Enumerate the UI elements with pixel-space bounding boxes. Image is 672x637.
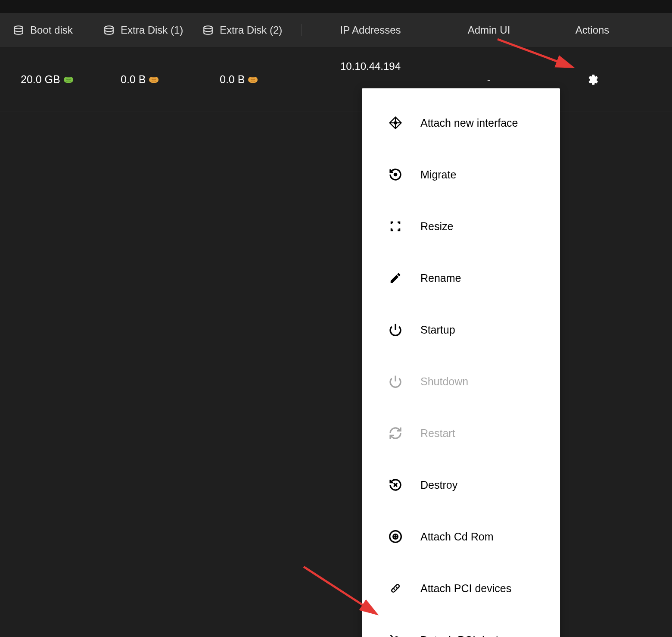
cell-boot-disk: 20.0 GB [0, 73, 95, 86]
table-header: Boot disk Extra Disk (1) Extra Disk (2) … [0, 13, 672, 47]
status-badge-orange-icon [248, 76, 258, 84]
header-label: Extra Disk (1) [121, 24, 183, 36]
migrate-icon [388, 167, 403, 182]
disk-icon [202, 25, 214, 36]
svg-point-6 [394, 122, 396, 124]
menu-label: Rename [420, 272, 461, 284]
menu-item-attach-interface[interactable]: Attach new interface [362, 97, 560, 149]
menu-label: Detach PCI devices [420, 634, 515, 637]
header-extra-disk-1[interactable]: Extra Disk (1) [95, 24, 194, 36]
svg-point-18 [395, 536, 396, 537]
menu-label: Startup [420, 324, 455, 336]
actions-dropdown-menu: Attach new interface Migrate Resize Rena… [362, 88, 560, 637]
cell-extra-disk-2: 0.0 B [194, 73, 302, 86]
cell-admin-ui: - [439, 73, 538, 86]
svg-point-1 [105, 26, 113, 29]
header-admin-ui[interactable]: Admin UI [439, 24, 538, 36]
cell-ip-address: 10.10.44.194 [302, 60, 439, 72]
power-icon [388, 374, 403, 389]
menu-label: Attach Cd Rom [420, 531, 494, 543]
menu-label: Migrate [420, 169, 456, 181]
header-label: Extra Disk (2) [220, 24, 282, 36]
svg-point-2 [204, 26, 212, 29]
menu-item-attach-cdrom[interactable]: Attach Cd Rom [362, 511, 560, 562]
actions-gear-button[interactable] [585, 72, 600, 87]
menu-item-destroy[interactable]: Destroy [362, 459, 560, 511]
menu-item-shutdown: Shutdown [362, 356, 560, 407]
menu-item-restart: Restart [362, 407, 560, 459]
header-actions[interactable]: Actions [538, 24, 646, 36]
table-row: 20.0 GB 0.0 B 0.0 B 10.10.44.194 - [0, 47, 672, 112]
menu-item-rename[interactable]: Rename [362, 252, 560, 304]
status-badge-green-icon [64, 76, 73, 84]
menu-item-migrate[interactable]: Migrate [362, 149, 560, 200]
menu-label: Resize [420, 220, 453, 233]
header-boot-disk[interactable]: Boot disk [0, 24, 95, 36]
refresh-icon [388, 425, 403, 441]
disk-icon [103, 25, 115, 36]
disk-size: 0.0 B [220, 73, 245, 86]
link-icon [388, 581, 403, 596]
menu-item-attach-pci[interactable]: Attach PCI devices [362, 562, 560, 614]
disk-size: 20.0 GB [21, 73, 60, 86]
menu-item-startup[interactable]: Startup [362, 304, 560, 356]
header-label: Actions [576, 24, 610, 36]
unlink-icon [388, 632, 403, 637]
menu-label: Attach PCI devices [420, 582, 511, 595]
power-icon [388, 322, 403, 337]
menu-label: Restart [420, 427, 455, 440]
header-ip-addresses[interactable]: IP Addresses [302, 24, 439, 36]
svg-point-11 [394, 173, 396, 175]
cell-actions [538, 72, 646, 87]
menu-label: Attach new interface [420, 117, 518, 129]
ip-value: 10.10.44.194 [340, 60, 401, 72]
header-label: Boot disk [30, 24, 73, 36]
destroy-icon [388, 477, 403, 493]
header-extra-disk-2[interactable]: Extra Disk (2) [194, 24, 302, 36]
top-bar [0, 0, 672, 13]
disc-icon [388, 529, 403, 544]
status-badge-orange-icon [149, 76, 159, 84]
disk-icon [13, 25, 24, 36]
cell-extra-disk-1: 0.0 B [95, 73, 194, 86]
menu-item-detach-pci[interactable]: Detach PCI devices [362, 614, 560, 637]
svg-point-0 [14, 26, 23, 29]
edit-icon [388, 270, 403, 286]
admin-ui-value: - [487, 73, 491, 86]
header-label: Admin UI [468, 24, 510, 36]
gear-icon [586, 74, 598, 86]
menu-item-resize[interactable]: Resize [362, 200, 560, 252]
resize-icon [388, 219, 403, 234]
header-label: IP Addresses [340, 24, 401, 36]
menu-label: Destroy [420, 479, 457, 491]
disk-size: 0.0 B [121, 73, 146, 86]
network-icon [388, 115, 403, 131]
menu-label: Shutdown [420, 375, 468, 388]
